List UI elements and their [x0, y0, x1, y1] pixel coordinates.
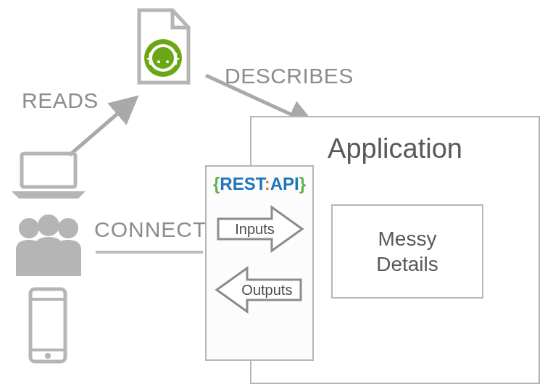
- rest-api-panel: {REST:API} Inputs Outputs: [205, 165, 314, 361]
- svg-rect-6: [22, 154, 75, 187]
- application-title: Application: [328, 133, 462, 164]
- svg-point-13: [45, 353, 51, 359]
- colon: :: [265, 174, 270, 193]
- svg-line-4: [70, 100, 133, 155]
- svg-point-9: [58, 218, 78, 238]
- messy-line-1: Messy: [378, 226, 437, 251]
- reads-arrow: [62, 94, 142, 159]
- rest-api-title: {REST:API}: [213, 174, 306, 194]
- rest-text: REST: [220, 174, 264, 193]
- braces-icon: {..}: [144, 39, 182, 77]
- connects-arrow: [96, 251, 203, 254]
- brace-open: {: [213, 174, 220, 193]
- document-icon: {..}: [130, 7, 196, 87]
- phone-icon: [26, 286, 70, 366]
- svg-text:{..}: {..}: [146, 49, 180, 67]
- brace-close: }: [299, 174, 306, 193]
- outputs-arrow: Outputs: [212, 264, 307, 316]
- messy-line-2: Details: [376, 251, 438, 277]
- svg-point-7: [19, 218, 39, 238]
- connects-label: CONNECTS: [94, 217, 222, 242]
- inputs-label: Inputs: [235, 221, 274, 238]
- people-icon: [10, 214, 87, 279]
- api-text: API: [270, 174, 299, 193]
- messy-details-box: Messy Details: [331, 204, 483, 299]
- svg-point-8: [38, 214, 59, 236]
- inputs-arrow: Inputs: [212, 203, 307, 255]
- laptop-icon: [9, 151, 88, 201]
- outputs-label: Outputs: [241, 282, 292, 299]
